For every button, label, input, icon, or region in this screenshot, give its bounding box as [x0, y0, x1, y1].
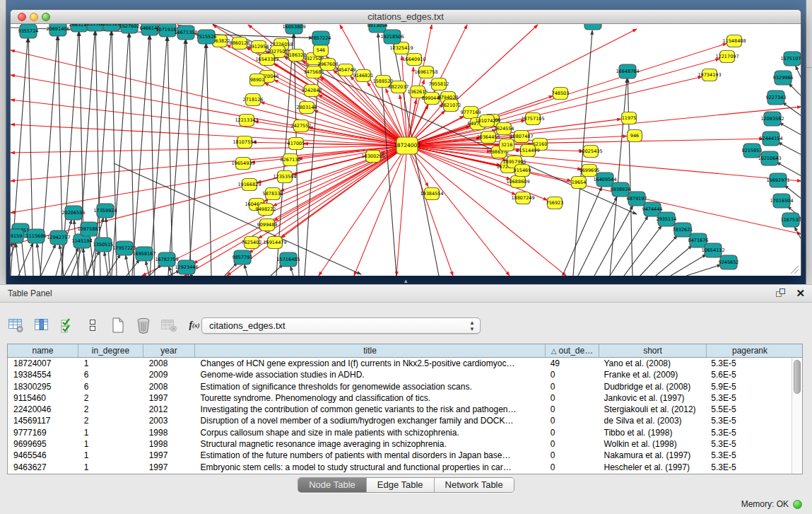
graph-node-yellow[interactable]: 12353594: [273, 171, 296, 183]
graph-node-yellow[interactable]: 9242848: [302, 85, 322, 97]
graph-node-teal[interactable]: 17359924: [93, 204, 117, 218]
memory-ok-indicator[interactable]: [793, 500, 802, 509]
delete-table-icon[interactable]: [134, 316, 153, 334]
graph-node-yellow[interactable]: 5878334: [263, 188, 283, 200]
graph-node-teal[interactable]: 20691406: [46, 24, 69, 36]
graph-node-teal[interactable]: 16958167: [132, 247, 155, 261]
scrollbar-thumb[interactable]: [794, 360, 801, 394]
graph-node-yellow[interactable]: 9498222: [256, 204, 276, 216]
graph-node-teal[interactable]: 17016504: [770, 194, 793, 208]
graph-node-yellow[interactable]: 3216: [500, 139, 514, 151]
graph-node-teal[interactable]: 16053809: [282, 24, 305, 34]
graph-node-yellow[interactable]: 8267130: [281, 154, 301, 166]
table-row[interactable]: 977716911998Corpus callosum shape and si…: [8, 427, 792, 438]
graph-node-teal[interactable]: 1115686: [26, 229, 47, 243]
graph-node-teal[interactable]: 8113014: [583, 24, 604, 30]
table-row[interactable]: 911546021997Tourette syndrome. Phenomeno…: [8, 392, 792, 404]
column-header-in_degree[interactable]: in_degree: [78, 344, 143, 357]
graph-node-yellow[interactable]: 946: [628, 130, 642, 142]
graph-node-teal[interactable]: 7515526: [196, 30, 217, 44]
column-header-year[interactable]: year: [143, 344, 195, 357]
graph-node-yellow[interactable]: 10688609: [506, 176, 529, 188]
graph-node-yellow[interactable]: 11975: [622, 112, 637, 124]
graph-node-teal[interactable]: 9245652: [719, 255, 739, 269]
tab-node-table[interactable]: Node Table: [298, 478, 367, 492]
graph-node-yellow[interactable]: 12213343: [235, 115, 258, 127]
graph-node-teal[interactable]: 19218506: [380, 30, 404, 44]
graph-node-teal[interactable]: 7832621: [673, 223, 693, 237]
graph-node-yellow[interactable]: 748503: [552, 88, 570, 100]
new-table-icon[interactable]: [109, 316, 127, 334]
graph-node-yellow[interactable]: 18107554: [233, 136, 256, 148]
column-header-name[interactable]: name: [8, 344, 78, 357]
graph-node-yellow[interactable]: 8912954: [249, 41, 269, 53]
graph-node-teal[interactable]: 15751074: [780, 52, 801, 66]
graph-node-yellow[interactable]: 7955812: [429, 78, 449, 90]
window-titlebar[interactable]: citations_edges.txt: [11, 10, 801, 24]
table-row[interactable]: 1872400712008Changes of HCN gene express…: [8, 358, 792, 369]
graph-node-yellow[interactable]: 546: [314, 45, 329, 57]
graph-node-teal[interactable]: 7857224: [311, 31, 331, 45]
graph-node-teal[interactable]: 14671358: [174, 25, 197, 40]
close-panel-icon[interactable]: ✕: [796, 287, 805, 300]
graph-node-yellow[interactable]: 19654: [572, 177, 587, 189]
table-row[interactable]: 1938455462009Genome-wide association stu…: [8, 369, 792, 380]
graph-node-yellow[interactable]: 11548408: [722, 35, 746, 47]
graph-node-teal[interactable]: 9355724: [18, 24, 39, 38]
table-scrollbar[interactable]: [792, 358, 802, 474]
graph-node-yellow[interactable]: 756923: [546, 197, 564, 209]
graph-node-yellow[interactable]: 9777169: [461, 107, 481, 119]
graph-node-yellow[interactable]: 98901: [250, 74, 265, 86]
graph-node-teal[interactable]: 12093582: [760, 112, 784, 126]
graph-node-yellow[interactable]: 8860128: [230, 37, 250, 49]
tab-edge-table[interactable]: Edge Table: [367, 478, 435, 492]
graph-node-yellow[interactable]: 2427552: [291, 120, 312, 132]
graph-node-yellow[interactable]: 9099489: [257, 219, 278, 231]
table-row[interactable]: 1830029562008Estimation of significance …: [8, 381, 792, 392]
graph-node-teal[interactable]: 2935114: [657, 212, 677, 226]
table-row[interactable]: 946362711997Embryonic stem cells: a mode…: [8, 462, 792, 473]
graph-node-yellow[interactable]: 417005: [288, 138, 305, 150]
graph-node-yellow[interactable]: 7625402: [242, 237, 262, 249]
table-row[interactable]: 1456911722003Disruption of a novel membe…: [8, 415, 792, 426]
graph-node-teal[interactable]: 10210643: [758, 151, 781, 165]
graph-node-yellow[interactable]: 3475685: [304, 66, 324, 78]
window-resize-grip[interactable]: [789, 264, 799, 274]
float-panel-icon[interactable]: [776, 288, 787, 299]
graph-node-teal[interactable]: 12942757: [47, 230, 70, 245]
tab-network-table[interactable]: Network Table: [435, 478, 514, 492]
table-row[interactable]: 946554611997Estimation of the future num…: [8, 450, 792, 461]
graph-node-yellow[interactable]: 2803144: [297, 102, 317, 114]
column-header-pagerank[interactable]: pagerank: [707, 344, 793, 357]
select-rows-icon[interactable]: [58, 316, 76, 334]
graph-node-teal[interactable]: 16648784: [616, 64, 639, 78]
column-header-short[interactable]: short: [599, 344, 707, 357]
graph-node-teal[interactable]: 1167533: [781, 213, 801, 227]
graph-node-teal[interactable]: 12923446: [175, 260, 198, 274]
graph-node-teal[interactable]: 12444154: [759, 132, 782, 146]
graph-node-teal[interactable]: 39159: [11, 229, 23, 243]
network-canvas[interactable]: 1872400779638228860128891295423226058932…: [11, 24, 801, 276]
graph-node-yellow[interactable]: 2718126: [243, 94, 264, 106]
column-header-title[interactable]: title: [195, 344, 546, 357]
graph-node-yellow[interactable]: 915469: [514, 165, 531, 177]
graph-node-yellow[interactable]: 18724007: [394, 137, 420, 154]
graph-node-yellow[interactable]: 19166829: [237, 179, 261, 191]
panel-divider-grip[interactable]: ▴: [404, 277, 408, 284]
graph-node-teal[interactable]: 1350515: [93, 238, 114, 252]
column-header-out_de[interactable]: △out_de…: [546, 344, 599, 357]
graph-node-teal[interactable]: 9227343: [766, 90, 787, 105]
table-selector-dropdown[interactable]: citations_edges.txt ▲▼: [201, 317, 481, 334]
graph-node-teal[interactable]: 9329966: [773, 71, 794, 85]
graph-node-yellow[interactable]: 19654935: [231, 158, 254, 170]
table-row[interactable]: 969969511998Structural magnetic resonanc…: [8, 438, 792, 450]
graph-node-yellow[interactable]: 6822037: [389, 81, 409, 93]
graph-node-yellow[interactable]: 19734193: [698, 69, 721, 81]
graph-node-yellow[interactable]: 16640910: [402, 54, 425, 66]
column-visibility-icon[interactable]: [33, 316, 51, 334]
row-height-icon[interactable]: [83, 316, 102, 334]
graph-node-teal[interactable]: 9857791: [233, 250, 253, 264]
graph-node-yellow[interactable]: 1621072: [441, 100, 461, 112]
graph-node-yellow[interactable]: 16961758: [414, 66, 437, 78]
graph-node-teal[interactable]: 8938924: [611, 182, 631, 197]
